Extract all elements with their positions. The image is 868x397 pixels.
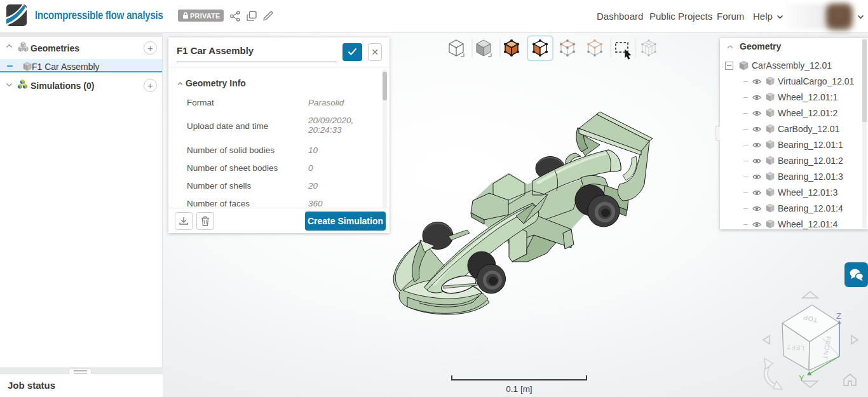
- svg-text:Z: Z: [836, 311, 841, 321]
- svg-text:Y: Y: [799, 373, 804, 383]
